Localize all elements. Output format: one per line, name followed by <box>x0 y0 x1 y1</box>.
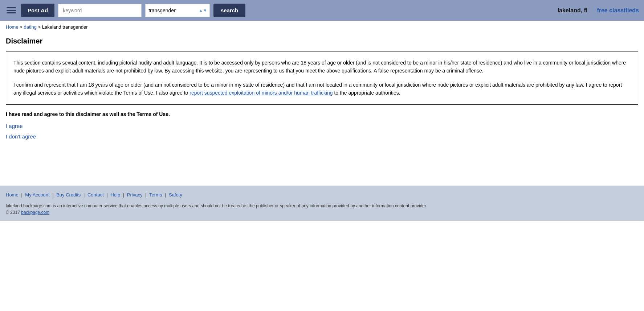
breadcrumb-dating[interactable]: dating <box>24 24 37 30</box>
category-select-wrapper: transgender ▲▼ <box>145 4 210 17</box>
main-content: Disclaimer This section contains sexual … <box>0 33 644 186</box>
search-button[interactable]: search <box>213 4 245 17</box>
breadcrumb: Home > dating > Lakeland transgender <box>0 21 644 33</box>
footer-link-contact[interactable]: Contact <box>87 192 104 198</box>
i-agree-link[interactable]: I agree <box>6 123 638 129</box>
footer-copyright: © 2017 <box>6 210 21 215</box>
footer-link-privacy[interactable]: Privacy <box>127 192 143 198</box>
footer-link-safety[interactable]: Safety <box>169 192 182 198</box>
breadcrumb-sep1: > <box>19 24 24 30</box>
footer-sep2: | <box>52 192 55 198</box>
footer-legal-text: lakeland.backpage.com is an interactive … <box>6 203 427 208</box>
i-dont-agree-link[interactable]: I don't agree <box>6 133 638 140</box>
trafficking-link[interactable]: report suspected exploitation of minors … <box>189 90 333 96</box>
footer-link-terms[interactable]: Terms <box>149 192 162 198</box>
location-label: lakeland, fl <box>558 7 588 14</box>
footer-link-buycredits[interactable]: Buy Credits <box>56 192 81 198</box>
disclaimer-paragraph1: This section contains sexual content, in… <box>13 59 631 75</box>
footer-links: Home | My Account | Buy Credits | Contac… <box>6 192 638 198</box>
category-select[interactable]: transgender <box>146 4 196 17</box>
footer-sep3: | <box>83 192 86 198</box>
footer-link-myaccount[interactable]: My Account <box>25 192 49 198</box>
footer-link-help[interactable]: Help <box>110 192 120 198</box>
menu-icon[interactable] <box>5 6 17 15</box>
disclaimer-paragraph2: I confirm and represent that I am 18 yea… <box>13 81 631 97</box>
footer-backpage-link[interactable]: backpage.com <box>21 210 49 215</box>
footer-sep5: | <box>123 192 126 198</box>
free-classifieds-label: free classifieds <box>597 7 639 14</box>
breadcrumb-current: Lakeland transgender <box>42 24 88 30</box>
footer: Home | My Account | Buy Credits | Contac… <box>0 186 644 221</box>
footer-link-home[interactable]: Home <box>6 192 19 198</box>
breadcrumb-home[interactable]: Home <box>6 24 19 30</box>
footer-sep1: | <box>21 192 24 198</box>
agree-statement: I have read and agree to this disclaimer… <box>6 111 638 117</box>
footer-legal: lakeland.backpage.com is an interactive … <box>6 203 638 216</box>
header: Post Ad transgender ▲▼ search lakeland, … <box>0 0 644 21</box>
post-ad-button[interactable]: Post Ad <box>21 4 54 17</box>
disclaimer-box: This section contains sexual content, in… <box>6 51 638 105</box>
breadcrumb-sep2: > <box>37 24 42 30</box>
footer-sep4: | <box>106 192 109 198</box>
disclaimer-p2-end: to the appropriate authorities. <box>333 90 400 96</box>
footer-sep7: | <box>165 192 167 198</box>
keyword-input[interactable] <box>58 4 142 17</box>
disclaimer-title: Disclaimer <box>6 37 638 45</box>
footer-sep6: | <box>145 192 148 198</box>
select-arrows-icon: ▲▼ <box>196 8 209 13</box>
